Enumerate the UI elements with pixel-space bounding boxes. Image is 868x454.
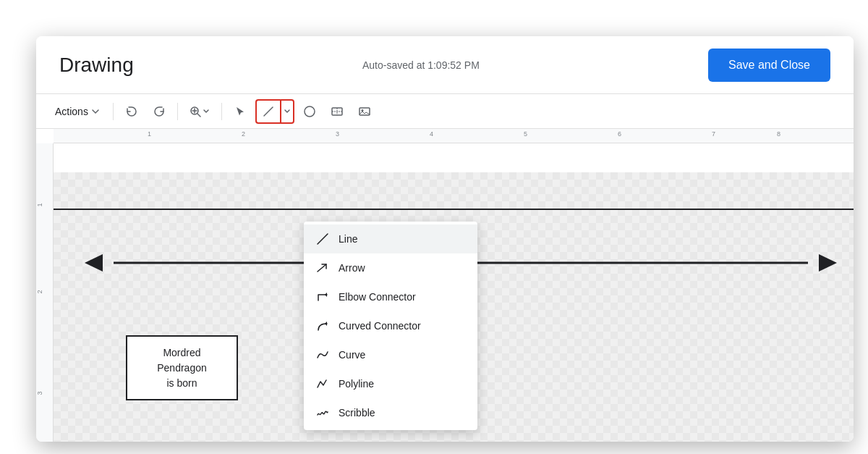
ruler-tick-v1: 1 — [36, 203, 43, 206]
curve-menu-label: Curve — [339, 349, 365, 361]
scribble-menu-icon — [315, 405, 330, 420]
arrow-menu-icon — [315, 261, 330, 275]
actions-label: Actions — [55, 106, 88, 117]
line-tool-dropdown-button[interactable] — [280, 99, 294, 124]
undo-icon — [125, 105, 138, 118]
toolbar-divider-2 — [177, 103, 178, 120]
canvas-top-white — [54, 143, 854, 172]
arrow-menu-label: Arrow — [339, 262, 365, 274]
canvas-horizontal-line — [54, 209, 854, 210]
toolbar-divider-1 — [113, 103, 114, 120]
svg-point-5 — [305, 106, 315, 117]
cursor-icon — [234, 106, 246, 117]
curved-connector-menu-icon — [315, 319, 330, 333]
ruler-tick-5: 5 — [524, 130, 527, 138]
canvas-wrapper: 1 2 3 4 5 6 7 8 1 2 3 — [36, 129, 854, 442]
shape-tool-button[interactable] — [297, 99, 322, 124]
line-tool-button[interactable] — [255, 99, 280, 124]
image-tool-button[interactable] — [352, 99, 377, 124]
line-type-dropdown: Line Arrow — [304, 222, 477, 430]
zoom-icon — [190, 106, 201, 117]
redo-button[interactable] — [147, 99, 171, 124]
curved-connector-menu-label: Curved Connector — [339, 320, 421, 332]
chevron-down-icon-zoom — [203, 108, 210, 115]
ruler-tick-1: 1 — [148, 130, 151, 138]
save-close-button[interactable]: Save and Close — [708, 49, 830, 82]
line-tool-group — [255, 99, 294, 124]
elbow-menu-label: Elbow Connector — [339, 291, 416, 303]
svg-marker-16 — [325, 293, 327, 297]
undo-button[interactable] — [119, 99, 144, 124]
scribble-menu-label: Scribble — [339, 407, 375, 419]
ruler-vertical: 1 2 3 — [36, 143, 54, 442]
toolbar-divider-3 — [221, 103, 222, 120]
canvas-textbox[interactable]: Mordred Pendragon is born — [126, 335, 238, 400]
svg-line-14 — [318, 234, 328, 244]
actions-button[interactable]: Actions — [48, 101, 107, 122]
ruler-tick-v3: 3 — [36, 391, 43, 395]
dropdown-item-elbow[interactable]: Elbow Connector — [304, 282, 477, 311]
dropdown-item-scribble[interactable]: Scribble — [304, 398, 477, 427]
image-icon — [358, 105, 371, 118]
chevron-down-icon — [91, 107, 100, 116]
chevron-down-icon-line — [284, 108, 291, 115]
dropdown-item-curved-connector[interactable]: Curved Connector — [304, 311, 477, 340]
redo-icon — [153, 105, 166, 118]
ruler-tick-7: 7 — [712, 130, 715, 138]
svg-marker-12 — [85, 254, 103, 272]
textbox-icon — [331, 105, 344, 118]
ruler-tick-8: 8 — [777, 130, 780, 138]
drawing-toolbar: Actions — [36, 94, 854, 129]
ruler-tick-2: 2 — [242, 130, 245, 138]
elbow-menu-icon — [315, 290, 330, 304]
ruler-tick-6: 6 — [618, 130, 621, 138]
line-menu-icon — [315, 232, 330, 246]
ruler-tick-4: 4 — [430, 130, 433, 138]
drawing-modal: Drawing Auto-saved at 1:09:52 PM Save an… — [36, 36, 854, 442]
ruler-tick-3: 3 — [336, 130, 339, 138]
line-icon — [263, 106, 274, 117]
svg-line-15 — [318, 264, 326, 272]
svg-line-4 — [264, 107, 273, 116]
curve-menu-icon — [315, 348, 330, 362]
zoom-button[interactable] — [184, 103, 216, 120]
modal-title: Drawing — [59, 54, 134, 77]
ruler-tick-v2: 2 — [36, 290, 43, 293]
dropdown-item-line[interactable]: Line — [304, 224, 477, 253]
line-menu-label: Line — [339, 233, 357, 245]
svg-marker-17 — [325, 321, 327, 326]
svg-marker-13 — [819, 254, 837, 272]
svg-line-1 — [197, 114, 200, 117]
polyline-menu-icon — [315, 377, 330, 391]
dropdown-item-arrow[interactable]: Arrow — [304, 253, 477, 282]
modal-header: Drawing Auto-saved at 1:09:52 PM Save an… — [36, 36, 854, 94]
textbox-tool-button[interactable] — [325, 99, 349, 124]
dropdown-item-polyline[interactable]: Polyline — [304, 369, 477, 398]
shape-icon — [303, 105, 316, 118]
autosave-status: Auto-saved at 1:09:52 PM — [134, 59, 708, 71]
svg-rect-9 — [359, 108, 370, 115]
select-tool-button[interactable] — [228, 99, 252, 124]
ruler-horizontal: 1 2 3 4 5 6 7 8 — [54, 129, 854, 143]
polyline-menu-label: Polyline — [339, 378, 374, 390]
dropdown-item-curve[interactable]: Curve — [304, 340, 477, 369]
